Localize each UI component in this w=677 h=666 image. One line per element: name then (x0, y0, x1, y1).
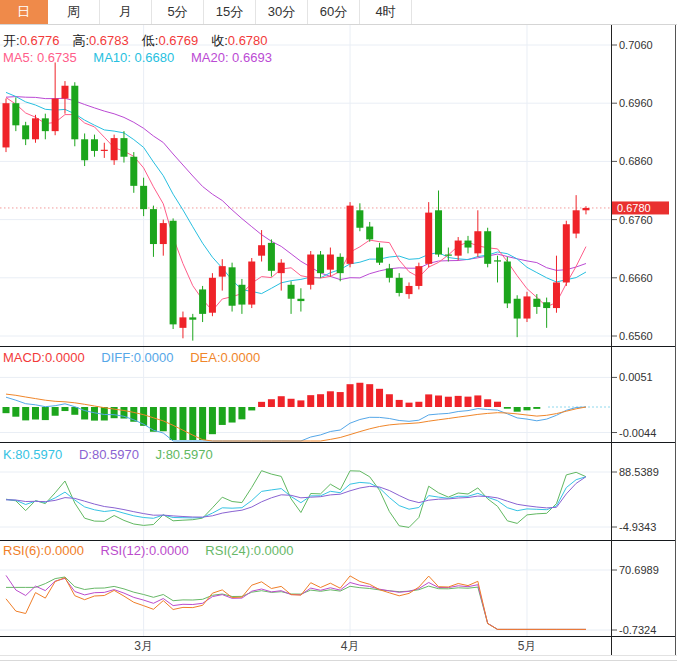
candle-body (140, 186, 147, 209)
macd-histogram-bar (170, 407, 177, 440)
candle-body (258, 245, 265, 255)
axis-tick-label: 0.6860 (619, 155, 653, 167)
macd-histogram-bar (12, 407, 19, 417)
macd-histogram-bar (42, 407, 49, 420)
axis-tick-label: -0.0044 (619, 427, 656, 439)
axis-tick-label: 88.5389 (619, 466, 659, 478)
macd-histogram-bar (317, 394, 324, 407)
candle-body (130, 157, 137, 186)
candle-body (219, 266, 226, 276)
candle-body (179, 317, 186, 327)
macd-histogram-bar (22, 407, 29, 420)
macd-histogram-bar (474, 395, 481, 407)
macd-histogram-bar (268, 399, 275, 407)
candle-body (455, 241, 462, 256)
candle-body (474, 231, 481, 253)
macd-histogram-bar (258, 402, 265, 407)
candle-body (288, 285, 295, 299)
candle-body (209, 278, 216, 313)
macd-histogram-bar (248, 407, 255, 410)
candle-body (278, 263, 285, 273)
candle-body (248, 262, 255, 305)
macd-histogram-bar (455, 396, 462, 407)
k-value: K:80.5970 (3, 447, 62, 462)
candle-body (337, 257, 344, 273)
axis-tick-label: 0.6660 (619, 272, 653, 284)
macd-histogram-bar (307, 395, 314, 407)
macd-histogram-bar (435, 395, 442, 407)
candle-body (42, 118, 49, 131)
candle-body (229, 267, 236, 305)
ma5-value: MA5: 0.6735 (3, 50, 77, 65)
macd-histogram-bar (494, 402, 501, 407)
macd-histogram-bar (219, 407, 226, 425)
candle-body (297, 299, 304, 301)
candle-body (563, 224, 570, 282)
candle-body (396, 278, 403, 293)
trading-chart-app: 0.70600.69600.68600.67600.66600.65600.00… (0, 0, 677, 666)
candle-body (573, 210, 580, 233)
candle-body (52, 99, 59, 132)
macd-histogram-bar (465, 397, 472, 407)
candle-body (101, 150, 108, 151)
macd-histogram-bar (347, 384, 354, 407)
high-value: 0.6783 (89, 33, 129, 48)
macd-histogram-bar (160, 407, 167, 431)
macd-histogram-bar (376, 389, 383, 407)
axis-tick-label: 70.6989 (619, 564, 659, 576)
ma20-value: MA20: 0.6693 (191, 50, 272, 65)
candle-body (356, 210, 363, 227)
candle-body (366, 227, 373, 240)
rsi12-value: RSI(12):0.0000 (101, 543, 189, 558)
macd-histogram-bar (406, 403, 413, 407)
j-value: J:80.5970 (156, 447, 213, 462)
candle-body (22, 125, 29, 139)
macd-histogram-bar (81, 407, 88, 419)
candle-body (327, 255, 334, 270)
low-label: 低: (142, 33, 159, 48)
macd-readout: MACD:0.0000 DIFF:0.0000 DEA:0.0000 (3, 350, 273, 365)
candle-body (406, 286, 413, 294)
macd-histogram-bar (484, 399, 491, 407)
macd-histogram-bar (91, 407, 98, 421)
axis-tick-label: 0.6560 (619, 330, 653, 342)
diff-value: DIFF:0.0000 (101, 350, 173, 365)
macd-histogram-bar (445, 397, 452, 407)
axis-tick-label: 0.6960 (619, 97, 653, 109)
ohlc-readout: 开:0.6776高:0.6783低:0.6769收:0.6780 (3, 32, 281, 50)
tab-4hour[interactable]: 4时 (360, 0, 412, 24)
tab-60min[interactable]: 60分 (308, 0, 360, 24)
macd-histogram-bar (179, 407, 186, 440)
high-label: 高: (72, 33, 89, 48)
chart-canvas[interactable]: 0.70600.69600.68600.67600.66600.65600.00… (0, 0, 677, 666)
tab-5min[interactable]: 5分 (152, 0, 204, 24)
tab-15min[interactable]: 15分 (204, 0, 256, 24)
indicator-line (6, 477, 586, 517)
candle-body (238, 285, 245, 305)
candle-body (435, 210, 442, 254)
candle-body (32, 118, 39, 139)
tab-week[interactable]: 周 (48, 0, 100, 24)
candle-body (81, 139, 88, 160)
current-price-tag-text: 0.6780 (617, 202, 651, 214)
macd-histogram-bar (356, 383, 363, 407)
macd-histogram-bar (504, 407, 511, 409)
candle-body (150, 209, 157, 244)
axis-tick-label: 0.6760 (619, 214, 653, 226)
macd-histogram-bar (199, 407, 206, 440)
candle-body (445, 255, 452, 256)
tab-day[interactable]: 日 (0, 0, 48, 24)
ma-readout: MA5: 0.6735 MA10: 0.6680 MA20: 0.6693 (3, 50, 285, 65)
low-value: 0.6769 (158, 33, 198, 48)
macd-histogram-bar (288, 399, 295, 407)
indicator-line (6, 477, 586, 519)
tab-month[interactable]: 月 (100, 0, 152, 24)
close-value: 0.6780 (228, 33, 268, 48)
indicator-line (6, 577, 586, 629)
macd-histogram-bar (366, 384, 373, 407)
candle-body (523, 296, 530, 318)
macd-histogram-bar (327, 391, 334, 407)
tab-30min[interactable]: 30分 (256, 0, 308, 24)
macd-histogram-bar (32, 407, 39, 420)
candle-body (465, 241, 472, 248)
